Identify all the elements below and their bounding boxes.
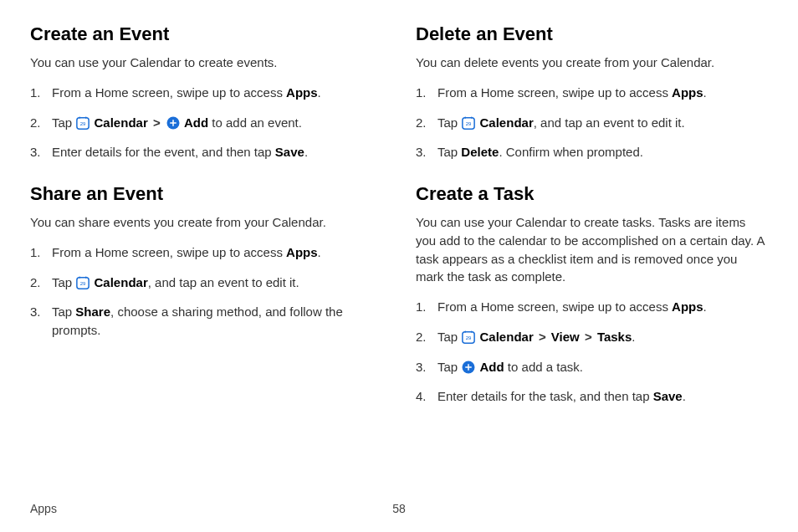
calendar-icon: 29 [75, 275, 90, 290]
section-delete-event: Delete an Event You can delete events yo… [416, 23, 768, 161]
step-item: From a Home screen, swipe up to access A… [416, 84, 768, 102]
step-item: Tap 29 Calendar, and tap an event to edi… [416, 114, 768, 132]
step-text: Tap [52, 304, 75, 319]
step-item: Tap 29 Calendar > View > Tasks. [416, 328, 768, 346]
bold-save: Save [275, 145, 304, 159]
section-create-event: Create an Event You can use your Calenda… [30, 23, 382, 161]
step-text: . [683, 389, 686, 403]
chevron-icon: > [539, 330, 546, 344]
intro-create-task: You can use your Calendar to create task… [416, 213, 768, 286]
svg-text:29: 29 [466, 121, 472, 126]
calendar-icon: 29 [461, 330, 476, 345]
page-footer: Apps 58 [0, 502, 798, 515]
svg-rect-2 [85, 116, 87, 118]
step-item: Tap Delete. Confirm when prompted. [416, 143, 768, 161]
intro-delete-event: You can delete events you create from yo… [416, 54, 768, 72]
step-text: Tap [437, 115, 461, 130]
intro-share-event: You can share events you create from you… [30, 213, 382, 232]
add-icon [166, 115, 181, 130]
svg-rect-17 [471, 330, 473, 332]
bold-apps: Apps [672, 85, 703, 100]
step-text: Tap [52, 275, 75, 289]
step-text: , and tap an event to edit it. [148, 275, 299, 289]
svg-text:29: 29 [466, 335, 472, 340]
step-text: From a Home screen, swipe up to access [52, 85, 286, 100]
bold-apps: Apps [672, 299, 703, 314]
step-text: Tap [437, 360, 461, 374]
steps-delete-event: From a Home screen, swipe up to access A… [416, 84, 768, 161]
calendar-icon: 29 [75, 115, 90, 130]
step-text: From a Home screen, swipe up to access [437, 299, 672, 314]
bold-add: Add [480, 360, 504, 374]
steps-share-event: From a Home screen, swipe up to access A… [30, 243, 382, 340]
step-item: From a Home screen, swipe up to access A… [30, 84, 382, 102]
step-text: to add a task. [504, 360, 583, 374]
step-text: . [318, 245, 321, 259]
calendar-icon: 29 [461, 115, 476, 130]
bold-calendar: Calendar [95, 115, 148, 130]
step-text: . [318, 85, 321, 100]
step-text: Tap [52, 115, 75, 130]
chevron-icon: > [585, 330, 592, 344]
heading-create-event: Create an Event [30, 23, 382, 45]
left-column: Create an Event You can use your Calenda… [30, 23, 382, 427]
section-create-task: Create a Task You can use your Calendar … [416, 183, 768, 406]
svg-text:29: 29 [80, 281, 86, 286]
step-item: Tap Share, choose a sharing method, and … [30, 303, 382, 340]
step-text: . Confirm when prompted. [499, 145, 643, 159]
steps-create-event: From a Home screen, swipe up to access A… [30, 84, 382, 161]
step-item: Enter details for the event, and then ta… [30, 143, 382, 161]
step-text: . [703, 299, 707, 314]
step-text: Tap [437, 330, 461, 344]
right-column: Delete an Event You can delete events yo… [416, 23, 768, 427]
chevron-icon: > [153, 115, 161, 130]
svg-rect-8 [79, 276, 81, 278]
bold-delete: Delete [461, 145, 499, 159]
bold-apps: Apps [286, 85, 318, 100]
step-item: Tap Add to add a task. [416, 358, 768, 376]
svg-text:29: 29 [80, 121, 86, 126]
steps-create-task: From a Home screen, swipe up to access A… [416, 298, 768, 406]
heading-create-task: Create a Task [416, 183, 768, 205]
page-content: Create an Event You can use your Calenda… [0, 0, 798, 427]
intro-create-event: You can use your Calendar to create even… [30, 54, 382, 72]
step-text: , and tap an event to edit it. [534, 115, 685, 130]
heading-delete-event: Delete an Event [416, 23, 768, 45]
step-text: . [703, 85, 707, 100]
step-text: Enter details for the event, and then ta… [52, 145, 275, 159]
section-share-event: Share an Event You can share events you … [30, 183, 382, 340]
bold-view: View [551, 330, 580, 344]
svg-rect-12 [465, 116, 467, 118]
step-text: . [632, 330, 635, 344]
bold-tasks: Tasks [597, 330, 632, 344]
step-item: From a Home screen, swipe up to access A… [416, 298, 768, 316]
step-text: to add an event. [208, 115, 302, 130]
step-text: . [304, 145, 308, 159]
footer-page-number: 58 [392, 502, 406, 515]
step-item: Enter details for the task, and then tap… [416, 387, 768, 406]
bold-calendar: Calendar [95, 275, 148, 289]
step-item: Tap 29 Calendar, and tap an event to edi… [30, 274, 382, 292]
add-icon [461, 360, 476, 375]
svg-rect-16 [465, 330, 467, 332]
step-text: From a Home screen, swipe up to access [52, 245, 286, 259]
step-item: Tap 29 Calendar > Add to add an event. [30, 114, 382, 132]
step-text: Enter details for the task, and then tap [437, 389, 653, 403]
svg-rect-9 [85, 276, 87, 278]
bold-apps: Apps [286, 245, 318, 259]
step-item: From a Home screen, swipe up to access A… [30, 243, 382, 262]
step-text: From a Home screen, swipe up to access [437, 85, 672, 100]
svg-rect-13 [471, 116, 473, 118]
bold-calendar: Calendar [480, 115, 534, 130]
bold-save: Save [653, 389, 683, 403]
step-text: Tap [437, 145, 461, 159]
bold-calendar: Calendar [480, 330, 534, 344]
footer-section-label: Apps [30, 502, 57, 515]
bold-add: Add [184, 115, 208, 130]
svg-rect-1 [79, 116, 81, 118]
heading-share-event: Share an Event [30, 183, 382, 205]
bold-share: Share [75, 304, 110, 319]
